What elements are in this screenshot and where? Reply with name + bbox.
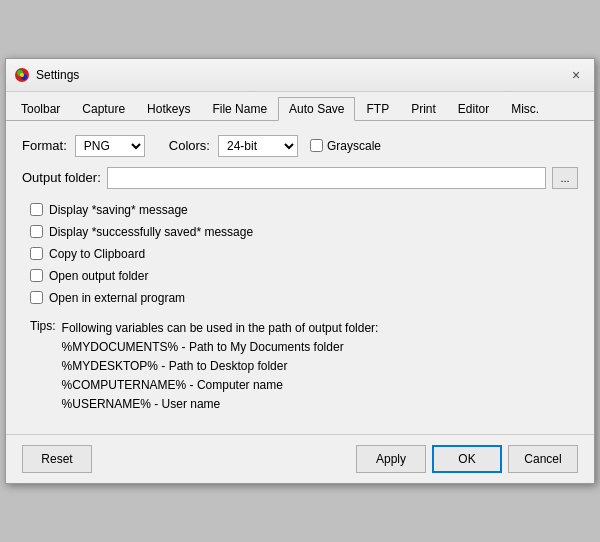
tips-line-1: %MYDOCUMENTS% - Path to My Documents fol… [62, 338, 379, 357]
reset-button[interactable]: Reset [22, 445, 92, 473]
tab-capture[interactable]: Capture [71, 97, 136, 121]
tab-hotkeys[interactable]: Hotkeys [136, 97, 201, 121]
browse-button[interactable]: ... [552, 167, 578, 189]
tab-autosave[interactable]: Auto Save [278, 97, 355, 121]
copy-clipboard-label[interactable]: Copy to Clipboard [49, 247, 145, 261]
colors-select[interactable]: 24-bit 32-bit 8-bit [218, 135, 298, 157]
tips-row: Tips: Following variables can be used in… [30, 319, 578, 415]
tab-bar: Toolbar Capture Hotkeys File Name Auto S… [6, 92, 594, 121]
app-icon [14, 67, 30, 83]
tips-line-0: Following variables can be used in the p… [62, 319, 379, 338]
display-saving-label[interactable]: Display *saving* message [49, 203, 188, 217]
format-label: Format: [22, 138, 67, 153]
grayscale-option: Grayscale [310, 139, 381, 153]
display-saved-label[interactable]: Display *successfully saved* message [49, 225, 253, 239]
colors-label: Colors: [169, 138, 210, 153]
tips-line-2: %MYDESKTOP% - Path to Desktop folder [62, 357, 379, 376]
title-bar-left: Settings [14, 67, 79, 83]
copy-clipboard-checkbox[interactable] [30, 247, 43, 260]
checkbox-display-saving: Display *saving* message [22, 203, 578, 217]
format-row: Format: PNG JPEG BMP GIF TIFF Colors: 24… [22, 135, 578, 157]
tips-content: Following variables can be used in the p… [62, 319, 379, 415]
footer: Reset Apply OK Cancel [6, 434, 594, 483]
grayscale-checkbox[interactable] [310, 139, 323, 152]
tab-misc[interactable]: Misc. [500, 97, 550, 121]
cancel-button[interactable]: Cancel [508, 445, 578, 473]
open-output-label[interactable]: Open output folder [49, 269, 148, 283]
tab-editor[interactable]: Editor [447, 97, 500, 121]
open-output-checkbox[interactable] [30, 269, 43, 282]
title-bar: Settings × [6, 59, 594, 92]
content-area: Format: PNG JPEG BMP GIF TIFF Colors: 24… [6, 121, 594, 435]
tips-section: Tips: Following variables can be used in… [22, 319, 578, 415]
checkbox-display-saved: Display *successfully saved* message [22, 225, 578, 239]
close-button[interactable]: × [566, 65, 586, 85]
display-saved-checkbox[interactable] [30, 225, 43, 238]
ok-button[interactable]: OK [432, 445, 502, 473]
tab-ftp[interactable]: FTP [355, 97, 400, 121]
dialog-title: Settings [36, 68, 79, 82]
tab-toolbar[interactable]: Toolbar [10, 97, 71, 121]
grayscale-label[interactable]: Grayscale [327, 139, 381, 153]
checkbox-open-external: Open in external program [22, 291, 578, 305]
tips-line-4: %USERNAME% - User name [62, 395, 379, 414]
checkbox-copy-clipboard: Copy to Clipboard [22, 247, 578, 261]
checkbox-open-output: Open output folder [22, 269, 578, 283]
settings-dialog: Settings × Toolbar Capture Hotkeys File … [5, 58, 595, 485]
tab-filename[interactable]: File Name [201, 97, 278, 121]
format-select[interactable]: PNG JPEG BMP GIF TIFF [75, 135, 145, 157]
tips-line-3: %COMPUTERNAME% - Computer name [62, 376, 379, 395]
footer-right: Apply OK Cancel [356, 445, 578, 473]
tab-print[interactable]: Print [400, 97, 447, 121]
apply-button[interactable]: Apply [356, 445, 426, 473]
open-external-checkbox[interactable] [30, 291, 43, 304]
svg-point-3 [20, 73, 24, 77]
open-external-label[interactable]: Open in external program [49, 291, 185, 305]
output-folder-label: Output folder: [22, 170, 101, 185]
tips-label: Tips: [30, 319, 56, 415]
output-folder-input[interactable] [107, 167, 546, 189]
output-folder-row: Output folder: ... [22, 167, 578, 189]
display-saving-checkbox[interactable] [30, 203, 43, 216]
